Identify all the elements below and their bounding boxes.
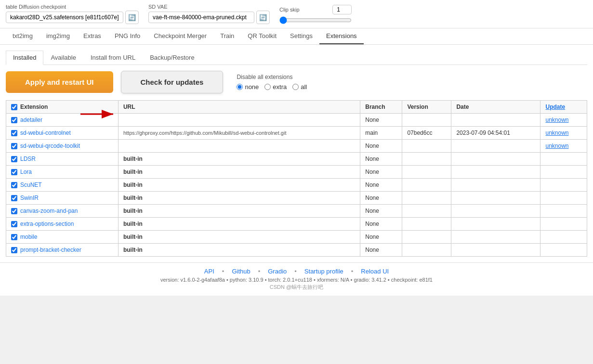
cell-date-8 [451, 218, 540, 231]
ext-name-6[interactable]: SwinIR [20, 195, 39, 201]
footer-gradio-link[interactable]: Gradio [268, 268, 287, 275]
checkpoint-refresh-icon[interactable]: 🔄 [125, 11, 139, 24]
cell-update-2: unknown [540, 140, 587, 153]
cell-update-6 [540, 192, 587, 205]
select-all-checkbox[interactable] [11, 104, 17, 110]
ext-name-5[interactable]: ScuNET [20, 182, 42, 188]
table-row: prompt-bracket-checker built-in None [6, 244, 587, 257]
sub-tab-available[interactable]: Available [43, 51, 83, 65]
top-bar: table Diffusion checkpoint kakarot28D_v2… [0, 0, 593, 28]
footer-reload-link[interactable]: Reload UI [361, 268, 389, 275]
radio-none[interactable]: none [237, 83, 259, 91]
vae-label: SD VAE [148, 4, 270, 10]
row-checkbox-6[interactable] [11, 195, 17, 201]
ext-name-9[interactable]: mobile [20, 234, 37, 240]
radio-extra-input[interactable] [264, 84, 271, 90]
cell-ext-name-5: ScuNET [6, 179, 119, 192]
ext-name-7[interactable]: canvas-zoom-and-pan [20, 208, 78, 214]
tab-qr-toolkit[interactable]: QR Toolkit [241, 28, 283, 44]
sub-tab-installed[interactable]: Installed [6, 51, 43, 65]
row-checkbox-10[interactable] [11, 247, 17, 253]
apply-restart-button[interactable]: Apply and restart UI [6, 71, 113, 93]
cell-url-9: built-in [118, 231, 360, 244]
update-link-2[interactable]: unknown [545, 143, 568, 149]
cell-url-1: https://ghproxy.com/https://github.com/M… [118, 127, 360, 140]
tab-extras[interactable]: Extras [77, 28, 108, 44]
tab-train[interactable]: Train [213, 28, 241, 44]
sub-tab-install-from-url[interactable]: Install from URL [83, 51, 143, 65]
vae-select-wrap: vae-ft-mse-840000-ema-pruned.ckpt 🔄 [148, 11, 270, 24]
ext-name-0[interactable]: adetailer [20, 117, 42, 123]
row-checkbox-3[interactable] [11, 156, 17, 162]
row-checkbox-8[interactable] [11, 221, 17, 227]
cell-branch-5: None [360, 179, 402, 192]
cell-version-8 [402, 218, 451, 231]
cell-ext-name-9: mobile [6, 231, 119, 244]
builtin-label-7: built-in [123, 208, 143, 214]
row-checkbox-4[interactable] [11, 169, 17, 175]
table-row: sd-webui-qrcode-toolkit None unknown [6, 140, 587, 153]
cell-ext-name-8: extra-options-section [6, 218, 119, 231]
clip-skip-slider[interactable] [279, 16, 352, 24]
col-version: Version [402, 101, 451, 114]
check-updates-button[interactable]: Check for updates [121, 71, 224, 93]
clip-skip-label: Clip skip [279, 7, 300, 13]
cell-branch-3: None [360, 153, 402, 166]
builtin-label-9: built-in [123, 234, 143, 240]
cell-date-7 [451, 205, 540, 218]
content-area: Installed Available Install from URL Bac… [0, 45, 593, 262]
ext-name-2[interactable]: sd-webui-qrcode-toolkit [20, 143, 80, 149]
footer: API • Github • Gradio • Startup profile … [0, 262, 593, 296]
cell-ext-name-10: prompt-bracket-checker [6, 244, 119, 257]
row-checkbox-0[interactable] [11, 117, 17, 123]
radio-all-input[interactable] [292, 84, 299, 90]
footer-startup-link[interactable]: Startup profile [304, 268, 343, 275]
cell-url-5: built-in [118, 179, 360, 192]
update-header-link[interactable]: Update [545, 104, 565, 110]
cell-update-7 [540, 205, 587, 218]
ext-name-3[interactable]: LDSR [20, 156, 36, 162]
table-row: LDSR built-in None [6, 153, 587, 166]
col-date: Date [451, 101, 540, 114]
tab-png-info[interactable]: PNG Info [108, 28, 147, 44]
radio-none-input[interactable] [237, 84, 243, 90]
cell-date-9 [451, 231, 540, 244]
cell-version-7 [402, 205, 451, 218]
cell-date-5 [451, 179, 540, 192]
footer-api-link[interactable]: API [204, 268, 214, 275]
disable-group: Disable all extensions none extra all [237, 74, 307, 91]
row-checkbox-7[interactable] [11, 208, 17, 214]
row-checkbox-1[interactable] [11, 130, 17, 136]
ext-name-1[interactable]: sd-webui-controlnet [20, 130, 71, 136]
tab-extensions[interactable]: Extensions [319, 28, 364, 44]
tab-settings[interactable]: Settings [283, 28, 319, 44]
radio-extra[interactable]: extra [264, 83, 287, 91]
cell-branch-7: None [360, 205, 402, 218]
vae-refresh-icon[interactable]: 🔄 [256, 11, 270, 24]
tab-txt2img[interactable]: txt2img [6, 28, 40, 44]
ext-name-10[interactable]: prompt-bracket-checker [20, 247, 81, 253]
cell-url-3: built-in [118, 153, 360, 166]
checkpoint-select[interactable]: kakarot28D_v25.safetensors [e81f1c607e] [6, 12, 123, 23]
tab-checkpoint-merger[interactable]: Checkpoint Merger [147, 28, 213, 44]
clip-skip-input[interactable] [332, 5, 352, 14]
update-link-0[interactable]: unknown [545, 117, 568, 123]
ext-name-8[interactable]: extra-options-section [20, 221, 74, 227]
row-checkbox-9[interactable] [11, 234, 17, 240]
tab-img2img[interactable]: img2img [40, 28, 77, 44]
cell-date-10 [451, 244, 540, 257]
update-link-1[interactable]: unknown [545, 130, 568, 136]
radio-all[interactable]: all [292, 83, 307, 91]
sub-tab-backup-restore[interactable]: Backup/Restore [143, 51, 202, 65]
col-url: URL [118, 101, 360, 114]
cell-version-9 [402, 231, 451, 244]
footer-version: version: v1.6.0-2-g4afaaf8a • python: 3.… [6, 277, 587, 283]
ext-name-4[interactable]: Lora [20, 169, 32, 175]
row-checkbox-2[interactable] [11, 143, 17, 149]
footer-github-link[interactable]: Github [232, 268, 250, 275]
checkpoint-label: table Diffusion checkpoint [6, 4, 139, 10]
vae-select[interactable]: vae-ft-mse-840000-ema-pruned.ckpt [148, 12, 254, 23]
row-checkbox-5[interactable] [11, 182, 17, 188]
cell-url-4: built-in [118, 166, 360, 179]
cell-version-5 [402, 179, 451, 192]
